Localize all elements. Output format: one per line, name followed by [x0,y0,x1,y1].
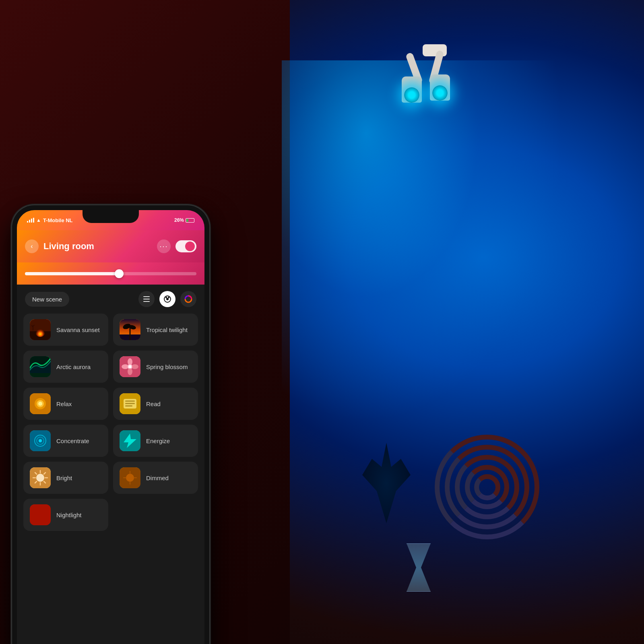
svg-rect-36 [125,405,132,407]
scene-thumb-relax [30,393,51,414]
phone-device: ▲ T-Mobile NL 09:23 26% ‹ Living room [12,205,209,644]
scene-name-nightlight: Nightlight [56,512,82,518]
hourglass-decoration [402,543,435,604]
svg-point-23 [128,358,132,365]
signal-bar-1 [27,221,28,223]
lamp-head-2 [430,74,450,101]
svg-point-26 [131,364,138,369]
scene-card-concentrate[interactable]: Concentrate [23,425,108,457]
spring-icon [120,356,140,377]
color-wheel-icon [184,295,192,303]
svg-point-53 [126,474,134,482]
svg-point-4 [166,298,169,300]
scene-name-energize: Energize [146,438,170,444]
hourglass-shape [407,543,431,592]
svg-point-40 [39,439,42,442]
bright-icon [30,467,51,488]
svg-rect-0 [143,296,150,297]
scene-thumb-arctic [30,356,51,377]
color-wheel-button[interactable] [180,291,196,307]
svg-point-27 [128,365,132,368]
scene-thumb-read [120,393,140,414]
svg-point-10 [35,327,45,337]
svg-rect-20 [30,373,51,377]
scene-thumb-concentrate [30,430,51,451]
concentrate-icon [30,430,51,451]
energize-icon [120,430,140,451]
list-icon [142,295,151,303]
scene-card-bright[interactable]: Bright [23,462,108,494]
battery-fill [186,219,188,222]
battery-indicator [186,218,194,223]
back-button[interactable]: ‹ [25,239,39,253]
tropical-icon [120,319,140,340]
scenes-toolbar: New scene [17,285,204,314]
spiral-ring-5 [474,474,500,500]
plant-decoration [362,443,411,523]
svg-point-43 [36,474,44,482]
svg-rect-34 [125,400,135,402]
signal-bars [27,218,34,223]
lamp-head-1 [402,76,422,103]
header-bar: ‹ Living room ··· [17,230,204,262]
wifi-icon: ▲ [36,217,41,223]
status-right: 26% [174,217,194,223]
scene-card-read[interactable]: Read [113,388,198,420]
toggle-knob [185,242,195,251]
scene-card-nightlight[interactable]: Nightlight [23,499,108,531]
svg-point-6 [168,297,169,298]
brightness-thumb [115,269,124,278]
svg-rect-2 [143,301,150,302]
phone-screen: ▲ T-Mobile NL 09:23 26% ‹ Living room [17,210,204,644]
arctic-icon [30,356,51,377]
room-toggle[interactable] [175,240,196,252]
scene-thumb-spring [120,356,140,377]
list-view-button[interactable] [138,291,155,307]
svg-rect-35 [125,403,135,404]
palette-view-button[interactable] [159,291,175,307]
scene-thumb-nightlight [30,504,51,525]
scene-card-tropical-twilight[interactable]: Tropical twilight [113,314,198,346]
scene-thumb-tropical [120,319,140,340]
scene-card-relax[interactable]: Relax [23,388,108,420]
relax-icon [30,393,51,414]
svg-point-5 [165,297,167,298]
signal-bar-4 [33,218,34,223]
scene-card-energize[interactable]: Energize [113,425,198,457]
scene-name-tropical: Tropical twilight [146,326,188,333]
brightness-fill [25,272,119,275]
scene-name-savanna: Savanna sunset [56,326,100,333]
status-left: ▲ T-Mobile NL [27,217,73,223]
scene-thumb-bright [30,467,51,488]
room-title: Living room [43,241,152,252]
brightness-area [17,262,204,285]
scene-name-read: Read [146,400,161,407]
scene-card-arctic-aurora[interactable]: Arctic aurora [23,351,108,383]
battery-percent-label: 26% [174,217,184,223]
lamp-fixture [394,32,475,121]
scene-card-spring-blossom[interactable]: Spring blossom [113,351,198,383]
new-scene-button[interactable]: New scene [25,292,69,307]
read-icon [120,393,140,414]
more-options-button[interactable]: ··· [157,239,171,253]
svg-point-31 [38,402,42,406]
signal-bar-3 [31,219,32,223]
spiral-decoration [431,411,543,564]
signal-bar-2 [29,220,30,223]
battery-level [186,218,194,223]
scene-name-bright: Bright [56,475,72,481]
dimmed-icon [120,467,140,488]
scenes-area: New scene [17,285,204,644]
scene-thumb-energize [120,430,140,451]
scene-card-dimmed[interactable]: Dimmed [113,462,198,494]
scene-name-spring: Spring blossom [146,363,188,370]
carrier-label: T-Mobile NL [43,217,73,223]
palette-icon [163,295,171,303]
scene-card-savanna-sunset[interactable]: Savanna sunset [23,314,108,346]
svg-point-25 [122,364,129,369]
savanna-icon [30,319,51,340]
scene-thumb-dimmed [120,467,140,488]
scene-grid: Savanna sunset [17,314,204,531]
brightness-slider[interactable] [25,272,196,275]
scene-name-concentrate: Concentrate [56,438,89,444]
